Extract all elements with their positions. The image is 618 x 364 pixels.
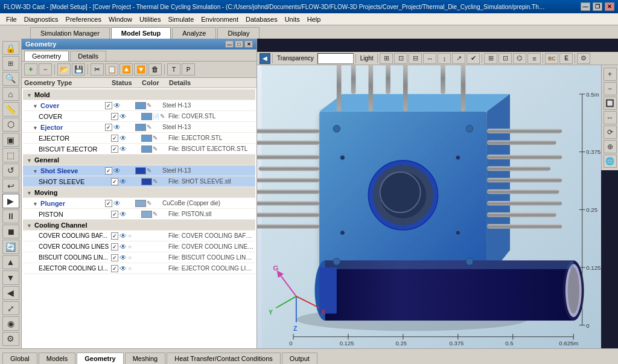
eye-biscuit-cooling-lin[interactable]: 👁 <box>119 254 127 262</box>
geo-open[interactable]: 📂 <box>57 63 71 75</box>
tool-circle[interactable]: ◉ <box>2 316 19 330</box>
tree-row-cover-cooling-baf[interactable]: COVER COOLING BAF... ✓ 👁 ○ File: COVER C… <box>23 231 255 241</box>
checkbox-cover-item[interactable]: ✓ <box>111 113 118 120</box>
menu-environment[interactable]: Environment <box>197 14 242 24</box>
bottom-tab-geometry[interactable]: Geometry <box>77 353 123 364</box>
checkbox-ejector-cooling-li[interactable]: ✓ <box>111 265 118 272</box>
menu-file[interactable]: File <box>2 14 21 24</box>
edit-piston[interactable]: ✎ <box>153 211 158 217</box>
checkbox-piston[interactable]: ✓ <box>111 211 118 218</box>
eye-piston[interactable]: 👁 <box>119 210 127 219</box>
vp-btn-3[interactable]: ⊟ <box>409 53 422 64</box>
vp-btn-13[interactable]: E <box>559 53 573 64</box>
tool-rotate[interactable]: ↺ <box>2 164 19 177</box>
geo-properties[interactable]: P <box>182 63 195 75</box>
tab-geometry[interactable]: Geometry <box>24 51 69 61</box>
vp-btn-6[interactable]: ↗ <box>452 53 465 64</box>
rt-btn-4[interactable]: ↔ <box>604 111 617 124</box>
minimize-button[interactable]: — <box>581 2 590 11</box>
tool-unlock[interactable]: ⊞ <box>2 56 19 70</box>
tree-row-general[interactable]: ▼ General <box>23 155 255 165</box>
panel-close[interactable]: ✕ <box>244 40 253 48</box>
tool-up[interactable]: ▲ <box>2 255 19 269</box>
menu-databases[interactable]: Databases <box>242 14 281 24</box>
vp-btn-9[interactable]: ⊡ <box>499 53 512 64</box>
edit-cover-item[interactable]: ✎ <box>160 113 165 120</box>
tree-row-cooling[interactable]: ▼ Cooling Channel <box>23 220 255 231</box>
bottom-tab-output[interactable]: Output <box>282 353 317 364</box>
tree-row-cover-group[interactable]: ▼ Cover ✓ 👁 ✎ Steel H-13 <box>23 100 255 111</box>
checkbox-ejector[interactable]: ✓ <box>105 124 112 131</box>
swatch-ejector[interactable] <box>135 124 146 131</box>
tree-row-piston[interactable]: PISTON ✓ 👁 ✎ File: PISTON.stl <box>23 209 255 220</box>
geo-delete[interactable]: 🗑 <box>148 63 162 75</box>
checkbox-ejector-item[interactable]: ✓ <box>111 135 118 142</box>
vp-btn-1[interactable]: ⊞ <box>380 53 393 64</box>
checkbox-biscuit-cooling-lin[interactable]: ✓ <box>111 254 118 261</box>
tool-refresh[interactable]: 🔄 <box>2 240 19 254</box>
tool-lock[interactable]: 🔒 <box>2 41 19 55</box>
vp-btn-7[interactable]: ✔ <box>467 53 480 64</box>
arrow-plunger[interactable]: ▼ <box>33 201 39 207</box>
vp-btn-5[interactable]: ↕ <box>438 53 451 64</box>
edit-biscuit-ejector[interactable]: ✎ <box>153 145 158 152</box>
rt-btn-5[interactable]: ⟳ <box>604 126 617 139</box>
checkbox-cover-cooling-baf[interactable]: ✓ <box>111 232 118 240</box>
vp-btn-10[interactable]: ⌬ <box>513 53 526 64</box>
tree-row-ejector-cooling-li[interactable]: EJECTOR COOLING LI... ✓ 👁 ○ File: EJECTO… <box>23 263 255 274</box>
vp-blue-indicator[interactable]: ◀ <box>260 53 270 64</box>
rt-btn-7[interactable]: 🌐 <box>604 155 617 168</box>
geo-save[interactable]: 💾 <box>72 63 85 75</box>
tool-measure[interactable]: 📏 <box>2 102 19 116</box>
menu-utilities[interactable]: Utilities <box>136 14 164 24</box>
geo-cut[interactable]: ✂ <box>91 63 104 75</box>
tool-select[interactable]: ⬚ <box>2 148 19 162</box>
swatch-plunger[interactable] <box>135 200 146 207</box>
tab-details[interactable]: Details <box>70 51 106 61</box>
tool-zoom[interactable]: 🔍 <box>2 72 19 86</box>
tool-stop[interactable]: ⏹ <box>2 225 19 238</box>
arrow-shot-sleeve[interactable]: ▼ <box>33 168 39 174</box>
rt-btn-3[interactable]: 🔲 <box>604 97 617 110</box>
tool-pause[interactable]: ⏸ <box>2 209 19 223</box>
vp-btn-12[interactable]: BC <box>545 53 558 64</box>
eye-ejector-item[interactable]: 👁 <box>119 134 127 142</box>
tree-row-cover-cooling-lines[interactable]: COVER COOLING LINES ✓ 👁 ○ File: COVER CO… <box>23 241 255 252</box>
checkbox-cover-cooling-lines[interactable]: ✓ <box>111 243 118 251</box>
checkbox-shot-sleeve-item[interactable]: ✓ <box>111 178 118 185</box>
eye-shot-sleeve[interactable]: 👁 <box>113 167 121 175</box>
checkbox-shot-sleeve[interactable]: ✓ <box>105 167 112 174</box>
rt-btn-1[interactable]: + <box>604 68 617 81</box>
panel-maximize[interactable]: □ <box>235 40 243 48</box>
eye-ejector-cooling-li[interactable]: 👁 <box>119 264 127 273</box>
tree-row-ejector-group[interactable]: ▼ Ejector ✓ 👁 ✎ Steel H-13 <box>23 122 255 133</box>
geo-down[interactable]: 🔽 <box>134 63 147 75</box>
arrow-moving[interactable]: ▼ <box>27 190 33 196</box>
vp-btn-4[interactable]: ↔ <box>423 53 436 64</box>
close-button[interactable]: ✕ <box>605 2 614 11</box>
tree-row-biscuit-cooling-lin[interactable]: BISCUIT COOLING LIN... ✓ 👁 ○ File: BISCU… <box>23 252 255 263</box>
eye-plunger[interactable]: 👁 <box>113 199 121 208</box>
menu-preferences[interactable]: Preferences <box>62 14 105 24</box>
arrow-general[interactable]: ▼ <box>27 158 33 164</box>
bottom-tab-global[interactable]: Global <box>2 353 37 364</box>
menu-window[interactable]: Window <box>105 14 136 24</box>
tool-settings[interactable]: ⚙ <box>2 332 19 346</box>
checkbox-biscuit-ejector[interactable]: ✓ <box>111 145 118 153</box>
tree-row-mold[interactable]: ▼ Mold <box>23 89 255 100</box>
tree-row-ejector[interactable]: EJECTOR ✓ 👁 ✎ File: EJECTOR.STL <box>23 133 255 144</box>
tree-row-plunger-group[interactable]: ▼ Plunger ✓ 👁 ✎ CuCoBe (Copper die) <box>23 198 255 209</box>
vp-btn-2[interactable]: ⊡ <box>394 53 407 64</box>
vp-btn-11[interactable]: ≡ <box>527 53 541 64</box>
geo-copy[interactable]: 📋 <box>105 63 118 75</box>
edit-ejector[interactable]: ✎ <box>147 124 151 130</box>
tool-box[interactable]: ▣ <box>2 133 19 147</box>
tool-home[interactable]: ⌂ <box>2 87 19 101</box>
tool-down[interactable]: ▼ <box>2 270 19 284</box>
vp-btn-14[interactable]: ⚙ <box>577 53 590 64</box>
tool-mesh[interactable]: ⬡ <box>2 118 19 132</box>
arrow-cover[interactable]: ▼ <box>33 103 39 109</box>
arrow-cooling[interactable]: ▼ <box>27 223 33 229</box>
bottom-tab-models[interactable]: Models <box>39 353 75 364</box>
tree-row-biscuit-ejector[interactable]: BISCUIT EJECTOR ✓ 👁 ✎ File: BISCUIT EJEC… <box>23 144 255 155</box>
